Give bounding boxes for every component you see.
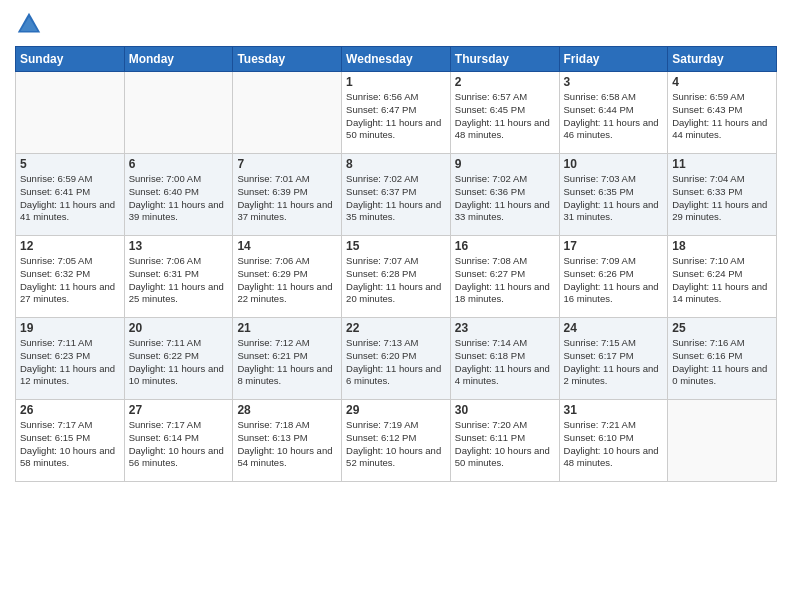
day-number: 23 [455,321,555,335]
day-number: 27 [129,403,229,417]
day-info: Sunrise: 7:00 AM Sunset: 6:40 PM Dayligh… [129,173,229,224]
day-number: 19 [20,321,120,335]
day-cell: 10Sunrise: 7:03 AM Sunset: 6:35 PM Dayli… [559,154,668,236]
day-cell: 23Sunrise: 7:14 AM Sunset: 6:18 PM Dayli… [450,318,559,400]
day-cell: 9Sunrise: 7:02 AM Sunset: 6:36 PM Daylig… [450,154,559,236]
day-info: Sunrise: 7:21 AM Sunset: 6:10 PM Dayligh… [564,419,664,470]
day-info: Sunrise: 7:02 AM Sunset: 6:36 PM Dayligh… [455,173,555,224]
day-cell: 13Sunrise: 7:06 AM Sunset: 6:31 PM Dayli… [124,236,233,318]
day-info: Sunrise: 6:56 AM Sunset: 6:47 PM Dayligh… [346,91,446,142]
calendar-table: SundayMondayTuesdayWednesdayThursdayFrid… [15,46,777,482]
logo-icon [15,10,43,38]
day-number: 28 [237,403,337,417]
day-cell: 17Sunrise: 7:09 AM Sunset: 6:26 PM Dayli… [559,236,668,318]
day-number: 5 [20,157,120,171]
day-number: 14 [237,239,337,253]
day-number: 12 [20,239,120,253]
day-number: 3 [564,75,664,89]
day-cell: 21Sunrise: 7:12 AM Sunset: 6:21 PM Dayli… [233,318,342,400]
header [15,10,777,38]
day-cell: 11Sunrise: 7:04 AM Sunset: 6:33 PM Dayli… [668,154,777,236]
day-info: Sunrise: 7:04 AM Sunset: 6:33 PM Dayligh… [672,173,772,224]
day-number: 22 [346,321,446,335]
day-cell: 16Sunrise: 7:08 AM Sunset: 6:27 PM Dayli… [450,236,559,318]
day-number: 6 [129,157,229,171]
day-info: Sunrise: 7:10 AM Sunset: 6:24 PM Dayligh… [672,255,772,306]
weekday-header-wednesday: Wednesday [342,47,451,72]
day-cell: 15Sunrise: 7:07 AM Sunset: 6:28 PM Dayli… [342,236,451,318]
day-info: Sunrise: 6:58 AM Sunset: 6:44 PM Dayligh… [564,91,664,142]
day-number: 26 [20,403,120,417]
day-cell: 25Sunrise: 7:16 AM Sunset: 6:16 PM Dayli… [668,318,777,400]
day-info: Sunrise: 7:14 AM Sunset: 6:18 PM Dayligh… [455,337,555,388]
day-info: Sunrise: 7:17 AM Sunset: 6:15 PM Dayligh… [20,419,120,470]
day-info: Sunrise: 7:11 AM Sunset: 6:22 PM Dayligh… [129,337,229,388]
day-info: Sunrise: 7:17 AM Sunset: 6:14 PM Dayligh… [129,419,229,470]
weekday-header-sunday: Sunday [16,47,125,72]
week-row-3: 12Sunrise: 7:05 AM Sunset: 6:32 PM Dayli… [16,236,777,318]
day-cell: 18Sunrise: 7:10 AM Sunset: 6:24 PM Dayli… [668,236,777,318]
day-info: Sunrise: 7:07 AM Sunset: 6:28 PM Dayligh… [346,255,446,306]
day-cell: 5Sunrise: 6:59 AM Sunset: 6:41 PM Daylig… [16,154,125,236]
page: SundayMondayTuesdayWednesdayThursdayFrid… [0,0,792,612]
day-cell: 27Sunrise: 7:17 AM Sunset: 6:14 PM Dayli… [124,400,233,482]
day-cell: 19Sunrise: 7:11 AM Sunset: 6:23 PM Dayli… [16,318,125,400]
day-cell [16,72,125,154]
day-info: Sunrise: 7:11 AM Sunset: 6:23 PM Dayligh… [20,337,120,388]
week-row-2: 5Sunrise: 6:59 AM Sunset: 6:41 PM Daylig… [16,154,777,236]
day-cell [124,72,233,154]
day-number: 31 [564,403,664,417]
logo [15,10,47,38]
day-cell: 3Sunrise: 6:58 AM Sunset: 6:44 PM Daylig… [559,72,668,154]
day-cell: 30Sunrise: 7:20 AM Sunset: 6:11 PM Dayli… [450,400,559,482]
day-info: Sunrise: 6:59 AM Sunset: 6:41 PM Dayligh… [20,173,120,224]
day-cell: 14Sunrise: 7:06 AM Sunset: 6:29 PM Dayli… [233,236,342,318]
weekday-header-saturday: Saturday [668,47,777,72]
day-info: Sunrise: 7:12 AM Sunset: 6:21 PM Dayligh… [237,337,337,388]
day-number: 18 [672,239,772,253]
day-cell: 8Sunrise: 7:02 AM Sunset: 6:37 PM Daylig… [342,154,451,236]
day-info: Sunrise: 7:06 AM Sunset: 6:31 PM Dayligh… [129,255,229,306]
day-number: 2 [455,75,555,89]
weekday-header-tuesday: Tuesday [233,47,342,72]
day-cell: 1Sunrise: 6:56 AM Sunset: 6:47 PM Daylig… [342,72,451,154]
day-info: Sunrise: 7:06 AM Sunset: 6:29 PM Dayligh… [237,255,337,306]
day-number: 9 [455,157,555,171]
day-cell: 29Sunrise: 7:19 AM Sunset: 6:12 PM Dayli… [342,400,451,482]
day-cell: 4Sunrise: 6:59 AM Sunset: 6:43 PM Daylig… [668,72,777,154]
day-number: 11 [672,157,772,171]
day-number: 13 [129,239,229,253]
day-info: Sunrise: 7:20 AM Sunset: 6:11 PM Dayligh… [455,419,555,470]
day-cell [233,72,342,154]
day-cell: 20Sunrise: 7:11 AM Sunset: 6:22 PM Dayli… [124,318,233,400]
day-cell: 2Sunrise: 6:57 AM Sunset: 6:45 PM Daylig… [450,72,559,154]
day-info: Sunrise: 6:57 AM Sunset: 6:45 PM Dayligh… [455,91,555,142]
day-cell: 22Sunrise: 7:13 AM Sunset: 6:20 PM Dayli… [342,318,451,400]
day-number: 17 [564,239,664,253]
day-info: Sunrise: 7:01 AM Sunset: 6:39 PM Dayligh… [237,173,337,224]
day-cell: 24Sunrise: 7:15 AM Sunset: 6:17 PM Dayli… [559,318,668,400]
week-row-4: 19Sunrise: 7:11 AM Sunset: 6:23 PM Dayli… [16,318,777,400]
day-number: 10 [564,157,664,171]
day-number: 20 [129,321,229,335]
weekday-header-thursday: Thursday [450,47,559,72]
day-info: Sunrise: 7:15 AM Sunset: 6:17 PM Dayligh… [564,337,664,388]
day-cell: 28Sunrise: 7:18 AM Sunset: 6:13 PM Dayli… [233,400,342,482]
week-row-5: 26Sunrise: 7:17 AM Sunset: 6:15 PM Dayli… [16,400,777,482]
day-info: Sunrise: 7:05 AM Sunset: 6:32 PM Dayligh… [20,255,120,306]
day-cell: 6Sunrise: 7:00 AM Sunset: 6:40 PM Daylig… [124,154,233,236]
week-row-1: 1Sunrise: 6:56 AM Sunset: 6:47 PM Daylig… [16,72,777,154]
day-cell: 26Sunrise: 7:17 AM Sunset: 6:15 PM Dayli… [16,400,125,482]
day-number: 24 [564,321,664,335]
day-cell: 31Sunrise: 7:21 AM Sunset: 6:10 PM Dayli… [559,400,668,482]
day-info: Sunrise: 7:08 AM Sunset: 6:27 PM Dayligh… [455,255,555,306]
day-cell [668,400,777,482]
weekday-header-row: SundayMondayTuesdayWednesdayThursdayFrid… [16,47,777,72]
day-number: 16 [455,239,555,253]
day-cell: 12Sunrise: 7:05 AM Sunset: 6:32 PM Dayli… [16,236,125,318]
day-number: 8 [346,157,446,171]
day-number: 1 [346,75,446,89]
day-info: Sunrise: 7:19 AM Sunset: 6:12 PM Dayligh… [346,419,446,470]
day-number: 25 [672,321,772,335]
day-info: Sunrise: 7:16 AM Sunset: 6:16 PM Dayligh… [672,337,772,388]
